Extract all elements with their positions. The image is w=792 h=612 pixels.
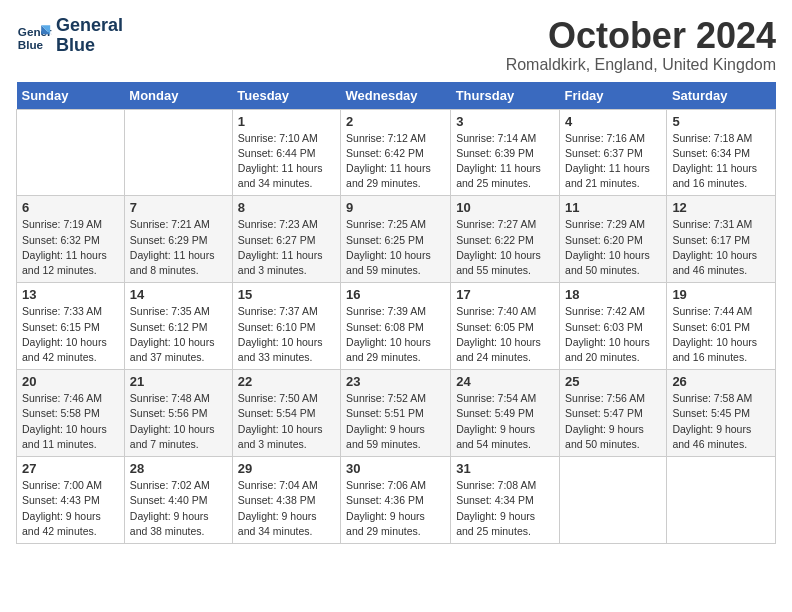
calendar-cell: 12Sunrise: 7:31 AM Sunset: 6:17 PM Dayli… bbox=[667, 196, 776, 283]
calendar-cell: 23Sunrise: 7:52 AM Sunset: 5:51 PM Dayli… bbox=[341, 370, 451, 457]
calendar-week-row: 13Sunrise: 7:33 AM Sunset: 6:15 PM Dayli… bbox=[17, 283, 776, 370]
day-info: Sunrise: 7:48 AM Sunset: 5:56 PM Dayligh… bbox=[130, 391, 227, 452]
day-info: Sunrise: 7:02 AM Sunset: 4:40 PM Dayligh… bbox=[130, 478, 227, 539]
day-number: 12 bbox=[672, 200, 770, 215]
day-info: Sunrise: 7:12 AM Sunset: 6:42 PM Dayligh… bbox=[346, 131, 445, 192]
calendar-cell: 28Sunrise: 7:02 AM Sunset: 4:40 PM Dayli… bbox=[124, 457, 232, 544]
day-info: Sunrise: 7:54 AM Sunset: 5:49 PM Dayligh… bbox=[456, 391, 554, 452]
calendar-cell: 19Sunrise: 7:44 AM Sunset: 6:01 PM Dayli… bbox=[667, 283, 776, 370]
day-number: 19 bbox=[672, 287, 770, 302]
calendar-week-row: 1Sunrise: 7:10 AM Sunset: 6:44 PM Daylig… bbox=[17, 109, 776, 196]
calendar-cell: 29Sunrise: 7:04 AM Sunset: 4:38 PM Dayli… bbox=[232, 457, 340, 544]
weekday-header-thursday: Thursday bbox=[451, 82, 560, 110]
day-info: Sunrise: 7:44 AM Sunset: 6:01 PM Dayligh… bbox=[672, 304, 770, 365]
day-info: Sunrise: 7:14 AM Sunset: 6:39 PM Dayligh… bbox=[456, 131, 554, 192]
calendar-cell: 18Sunrise: 7:42 AM Sunset: 6:03 PM Dayli… bbox=[560, 283, 667, 370]
calendar-cell: 27Sunrise: 7:00 AM Sunset: 4:43 PM Dayli… bbox=[17, 457, 125, 544]
day-info: Sunrise: 7:37 AM Sunset: 6:10 PM Dayligh… bbox=[238, 304, 335, 365]
day-number: 13 bbox=[22, 287, 119, 302]
day-number: 1 bbox=[238, 114, 335, 129]
calendar-cell bbox=[124, 109, 232, 196]
calendar-cell: 1Sunrise: 7:10 AM Sunset: 6:44 PM Daylig… bbox=[232, 109, 340, 196]
day-info: Sunrise: 7:35 AM Sunset: 6:12 PM Dayligh… bbox=[130, 304, 227, 365]
weekday-header-row: SundayMondayTuesdayWednesdayThursdayFrid… bbox=[17, 82, 776, 110]
page-header: General Blue General Blue October 2024 R… bbox=[16, 16, 776, 74]
day-number: 25 bbox=[565, 374, 661, 389]
day-number: 2 bbox=[346, 114, 445, 129]
weekday-header-monday: Monday bbox=[124, 82, 232, 110]
day-number: 14 bbox=[130, 287, 227, 302]
calendar-week-row: 6Sunrise: 7:19 AM Sunset: 6:32 PM Daylig… bbox=[17, 196, 776, 283]
calendar-cell: 26Sunrise: 7:58 AM Sunset: 5:45 PM Dayli… bbox=[667, 370, 776, 457]
calendar-cell: 16Sunrise: 7:39 AM Sunset: 6:08 PM Dayli… bbox=[341, 283, 451, 370]
day-number: 22 bbox=[238, 374, 335, 389]
calendar-cell: 14Sunrise: 7:35 AM Sunset: 6:12 PM Dayli… bbox=[124, 283, 232, 370]
weekday-header-wednesday: Wednesday bbox=[341, 82, 451, 110]
calendar-cell: 9Sunrise: 7:25 AM Sunset: 6:25 PM Daylig… bbox=[341, 196, 451, 283]
weekday-header-saturday: Saturday bbox=[667, 82, 776, 110]
day-info: Sunrise: 7:56 AM Sunset: 5:47 PM Dayligh… bbox=[565, 391, 661, 452]
day-number: 16 bbox=[346, 287, 445, 302]
calendar-cell: 20Sunrise: 7:46 AM Sunset: 5:58 PM Dayli… bbox=[17, 370, 125, 457]
day-info: Sunrise: 7:50 AM Sunset: 5:54 PM Dayligh… bbox=[238, 391, 335, 452]
calendar-cell: 15Sunrise: 7:37 AM Sunset: 6:10 PM Dayli… bbox=[232, 283, 340, 370]
calendar-cell: 7Sunrise: 7:21 AM Sunset: 6:29 PM Daylig… bbox=[124, 196, 232, 283]
day-info: Sunrise: 7:29 AM Sunset: 6:20 PM Dayligh… bbox=[565, 217, 661, 278]
calendar-week-row: 20Sunrise: 7:46 AM Sunset: 5:58 PM Dayli… bbox=[17, 370, 776, 457]
day-number: 28 bbox=[130, 461, 227, 476]
day-number: 26 bbox=[672, 374, 770, 389]
day-number: 31 bbox=[456, 461, 554, 476]
day-number: 23 bbox=[346, 374, 445, 389]
day-number: 3 bbox=[456, 114, 554, 129]
location: Romaldkirk, England, United Kingdom bbox=[506, 56, 776, 74]
day-info: Sunrise: 7:31 AM Sunset: 6:17 PM Dayligh… bbox=[672, 217, 770, 278]
logo: General Blue General Blue bbox=[16, 16, 123, 56]
calendar-cell: 4Sunrise: 7:16 AM Sunset: 6:37 PM Daylig… bbox=[560, 109, 667, 196]
calendar-cell: 22Sunrise: 7:50 AM Sunset: 5:54 PM Dayli… bbox=[232, 370, 340, 457]
day-number: 9 bbox=[346, 200, 445, 215]
day-info: Sunrise: 7:21 AM Sunset: 6:29 PM Dayligh… bbox=[130, 217, 227, 278]
calendar-cell bbox=[667, 457, 776, 544]
logo-icon: General Blue bbox=[16, 18, 52, 54]
day-info: Sunrise: 7:25 AM Sunset: 6:25 PM Dayligh… bbox=[346, 217, 445, 278]
calendar-cell: 2Sunrise: 7:12 AM Sunset: 6:42 PM Daylig… bbox=[341, 109, 451, 196]
day-info: Sunrise: 7:52 AM Sunset: 5:51 PM Dayligh… bbox=[346, 391, 445, 452]
day-info: Sunrise: 7:46 AM Sunset: 5:58 PM Dayligh… bbox=[22, 391, 119, 452]
day-info: Sunrise: 7:40 AM Sunset: 6:05 PM Dayligh… bbox=[456, 304, 554, 365]
calendar-cell: 3Sunrise: 7:14 AM Sunset: 6:39 PM Daylig… bbox=[451, 109, 560, 196]
calendar-cell: 17Sunrise: 7:40 AM Sunset: 6:05 PM Dayli… bbox=[451, 283, 560, 370]
calendar-table: SundayMondayTuesdayWednesdayThursdayFrid… bbox=[16, 82, 776, 544]
day-info: Sunrise: 7:18 AM Sunset: 6:34 PM Dayligh… bbox=[672, 131, 770, 192]
day-info: Sunrise: 7:39 AM Sunset: 6:08 PM Dayligh… bbox=[346, 304, 445, 365]
day-number: 5 bbox=[672, 114, 770, 129]
day-info: Sunrise: 7:08 AM Sunset: 4:34 PM Dayligh… bbox=[456, 478, 554, 539]
day-number: 10 bbox=[456, 200, 554, 215]
svg-text:Blue: Blue bbox=[18, 37, 44, 50]
title-block: October 2024 Romaldkirk, England, United… bbox=[506, 16, 776, 74]
day-number: 29 bbox=[238, 461, 335, 476]
day-info: Sunrise: 7:16 AM Sunset: 6:37 PM Dayligh… bbox=[565, 131, 661, 192]
calendar-cell: 5Sunrise: 7:18 AM Sunset: 6:34 PM Daylig… bbox=[667, 109, 776, 196]
day-number: 24 bbox=[456, 374, 554, 389]
day-info: Sunrise: 7:06 AM Sunset: 4:36 PM Dayligh… bbox=[346, 478, 445, 539]
day-number: 30 bbox=[346, 461, 445, 476]
day-number: 21 bbox=[130, 374, 227, 389]
day-info: Sunrise: 7:19 AM Sunset: 6:32 PM Dayligh… bbox=[22, 217, 119, 278]
month-title: October 2024 bbox=[506, 16, 776, 56]
day-number: 4 bbox=[565, 114, 661, 129]
day-info: Sunrise: 7:10 AM Sunset: 6:44 PM Dayligh… bbox=[238, 131, 335, 192]
day-number: 27 bbox=[22, 461, 119, 476]
calendar-cell bbox=[560, 457, 667, 544]
day-number: 11 bbox=[565, 200, 661, 215]
day-info: Sunrise: 7:42 AM Sunset: 6:03 PM Dayligh… bbox=[565, 304, 661, 365]
day-number: 15 bbox=[238, 287, 335, 302]
day-info: Sunrise: 7:23 AM Sunset: 6:27 PM Dayligh… bbox=[238, 217, 335, 278]
day-number: 7 bbox=[130, 200, 227, 215]
calendar-cell: 8Sunrise: 7:23 AM Sunset: 6:27 PM Daylig… bbox=[232, 196, 340, 283]
day-number: 20 bbox=[22, 374, 119, 389]
calendar-cell: 30Sunrise: 7:06 AM Sunset: 4:36 PM Dayli… bbox=[341, 457, 451, 544]
day-number: 8 bbox=[238, 200, 335, 215]
weekday-header-friday: Friday bbox=[560, 82, 667, 110]
day-number: 18 bbox=[565, 287, 661, 302]
day-number: 6 bbox=[22, 200, 119, 215]
